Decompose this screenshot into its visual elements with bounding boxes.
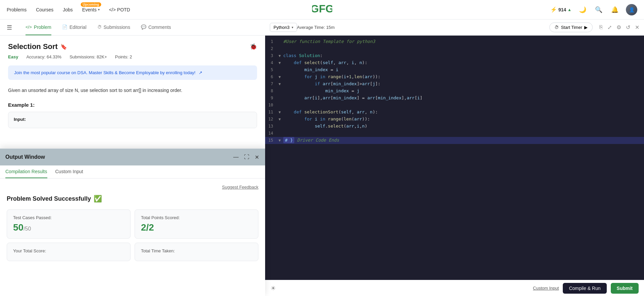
code-line-11: 11▼ def selectionSort(self, arr, n): (265, 109, 644, 116)
events-chevron-icon: ▾ (98, 8, 100, 11)
search-button[interactable]: 🔍 (594, 5, 604, 15)
submit-button[interactable]: Submit (611, 283, 639, 294)
nav-potd[interactable]: </> POTD (109, 7, 130, 12)
points-stat: Points: 2 (115, 54, 132, 59)
line-number: 15 (265, 137, 279, 144)
output-header-icons: — ⛶ ✕ (233, 153, 260, 161)
fold-arrow-icon (279, 130, 283, 131)
difficulty-badge: Easy (8, 54, 18, 59)
main-layout: ☰ </> Problem 📄 Editorial ⏱ Submissions … (0, 19, 644, 296)
dark-mode-toggle[interactable]: 🌙 (578, 5, 588, 15)
settings-icon[interactable]: ⚙ (616, 24, 621, 31)
points-label: Total Points Scored: (141, 215, 252, 220)
fold-arrow-icon: ▼ (279, 52, 283, 59)
line-content: min_index = j (283, 88, 644, 95)
code-line-5: 5 min_index = i (265, 66, 644, 73)
line-content: arr[i],arr[min_index] = arr[min_index],a… (283, 95, 644, 102)
maximize-button[interactable]: ⛶ (243, 153, 250, 161)
left-panel-wrapper: ☰ </> Problem 📄 Editorial ⏱ Submissions … (0, 19, 265, 296)
site-logo[interactable]: GFG (312, 2, 332, 17)
code-editor[interactable]: 1#User function Template for python323▼c… (265, 36, 644, 280)
line-content: #User function Template for python3 (283, 38, 644, 45)
expand-icon[interactable]: ⤢ (607, 24, 612, 31)
upcoming-badge: Upcoming (81, 2, 101, 7)
code-line-3: 3▼class Solution: (265, 52, 644, 59)
custom-input-tab[interactable]: Custom Input (55, 165, 83, 178)
dsa-banner[interactable]: Join the most popular course on DSA. Mas… (8, 65, 257, 80)
top-navigation: Problems Courses Jobs Upcoming Events ▾ … (0, 0, 644, 19)
close-button[interactable]: ✕ (254, 153, 260, 161)
gfg-logo-svg: GFG (312, 2, 332, 15)
example-input-label: Input: (14, 117, 251, 122)
nav-problems[interactable]: Problems (7, 7, 27, 12)
fold-arrow-icon: ▼ (279, 137, 283, 144)
editor-bottom-bar: ☀ Custom Input Compile & Run Submit (265, 280, 644, 296)
line-number: 9 (265, 95, 279, 101)
timer-icon: ⏱ (554, 25, 559, 30)
brightness-icon[interactable]: ☀ (270, 285, 276, 292)
problem-meta: Easy Accuracy: 64.33% Submissions: 82K+ … (8, 54, 257, 59)
notifications-button[interactable]: 🔔 (610, 5, 620, 15)
hamburger-menu[interactable]: ☰ (7, 24, 12, 31)
minimize-button[interactable]: — (233, 153, 239, 161)
line-number: 10 (265, 102, 279, 108)
line-content: for j in range(i+1,len(arr)): (283, 73, 644, 81)
editor-icon-buttons: ⎘ ⤢ ⚙ ↺ ✕ (599, 24, 639, 31)
code-line-12: 12▼ for i in range(len(arr)): (265, 116, 644, 123)
tab-problem[interactable]: </> Problem (26, 19, 51, 35)
svg-text:GFG: GFG (312, 3, 332, 15)
line-content: self.select(arr,i,n) (283, 123, 644, 130)
language-label: Python3 (274, 25, 290, 30)
suggest-feedback-link[interactable]: Suggest Feedback (222, 185, 258, 190)
test-cases-label: Test Cases Passed: (13, 215, 124, 220)
bug-icon[interactable]: 🐞 (250, 43, 257, 50)
nav-left: Problems Courses Jobs Upcoming Events ▾ … (7, 7, 130, 12)
custom-input-link[interactable]: Custom Input (533, 286, 559, 291)
success-check-icon: ✅ (94, 195, 102, 203)
code-editor-panel: Python3 ▾ Average Time: 15m ⏱ Start Time… (265, 19, 644, 296)
tab-comments[interactable]: 💬 Comments (141, 19, 171, 35)
compile-run-button[interactable]: Compile & Run (563, 283, 606, 294)
nav-courses[interactable]: Courses (36, 7, 53, 12)
copy-icon[interactable]: ⎘ (599, 24, 603, 31)
close-editor-icon[interactable]: ✕ (635, 24, 639, 31)
line-number: 4 (265, 59, 279, 66)
line-content: min_index = i (283, 66, 644, 73)
nav-right: ⚡ 914 ▲ 🌙 🔍 🔔 👤 (550, 4, 637, 15)
nav-events[interactable]: Upcoming Events ▾ (82, 7, 100, 12)
line-content: class Solution: (283, 52, 644, 59)
submissions-stat: Submissions: 82K+ (69, 54, 107, 59)
output-body: Suggest Feedback Problem Solved Successf… (0, 179, 265, 296)
nav-jobs[interactable]: Jobs (63, 7, 73, 12)
language-selector[interactable]: Python3 ▾ (270, 23, 297, 32)
code-line-4: 4▼ def select(self, arr, i, n): (265, 59, 644, 66)
refresh-icon[interactable]: ↺ (626, 24, 630, 31)
fold-arrow-icon (279, 66, 283, 67)
line-number: 2 (265, 45, 279, 52)
line-content: def select(self, arr, i, n): (283, 59, 644, 66)
avatar[interactable]: 👤 (626, 4, 637, 15)
code-line-14: 14 (265, 130, 644, 137)
code-icon: </> (26, 24, 32, 30)
fold-arrow-icon: ▼ (279, 81, 283, 87)
lang-chevron-icon: ▾ (292, 26, 293, 29)
bookmark-icon[interactable]: 🔖 (60, 44, 67, 50)
points-value: 2/2 (141, 222, 252, 233)
compilation-results-tab[interactable]: Compilation Results (5, 165, 47, 178)
problem-tabs: ☰ </> Problem 📄 Editorial ⏱ Submissions … (0, 19, 265, 36)
points-card: Total Points Scored: 2/2 (135, 209, 258, 239)
tab-submissions[interactable]: ⏱ Submissions (97, 19, 130, 35)
code-line-13: 13 self.select(arr,i,n) (265, 123, 644, 130)
fold-arrow-icon (279, 38, 283, 39)
tab-editorial[interactable]: 📄 Editorial (62, 19, 87, 35)
fold-arrow-icon: ▼ (279, 116, 283, 122)
start-timer-button[interactable]: ⏱ Start Timer ▶ (549, 22, 593, 32)
code-line-7: 7▼ if arr[min_index]>arr[j]: (265, 81, 644, 88)
test-cases-value: 50/50 (13, 222, 124, 233)
editor-toolbar: Python3 ▾ Average Time: 15m ⏱ Start Time… (265, 19, 644, 36)
line-number: 3 (265, 52, 279, 59)
success-title: Problem Solved Successfully ✅ (7, 195, 258, 203)
line-number: 12 (265, 116, 279, 122)
output-header: Output Window — ⛶ ✕ (0, 149, 265, 165)
lightning-icon: ⚡ (550, 6, 557, 13)
